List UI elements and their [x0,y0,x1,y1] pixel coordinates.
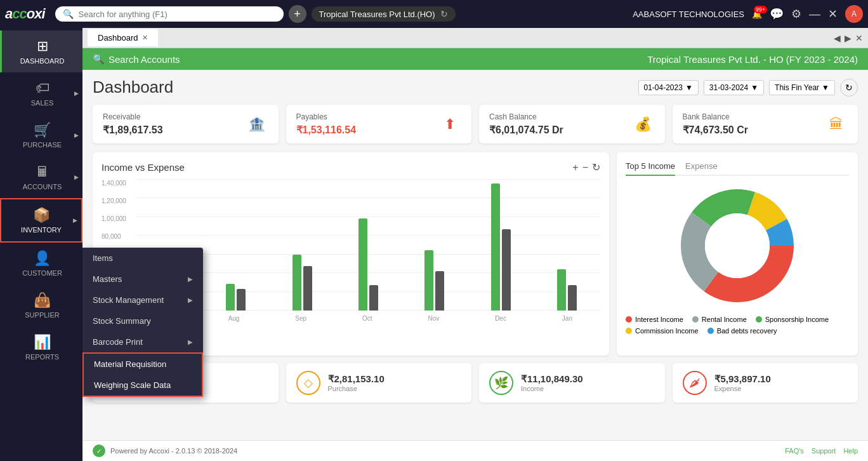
tab-dashboard-label: Dashboard [98,33,138,43]
bar-group-aug [226,284,246,311]
date-filters: 01-04-2023 ▼ 31-03-2024 ▼ This Fin Year … [638,79,858,97]
sidebar-label-supplier: SUPPLIER [25,311,59,319]
sidebar-item-inventory[interactable]: 📦 INVENTORY ▶ [0,198,82,243]
income-stat-icon: 🌿 [489,371,513,395]
dropdown-menu: Items Masters ▶ Stock Management ▶ Stock… [82,248,203,397]
cash-icon: 💰 [632,113,655,136]
page-title: Dashboard [93,77,173,97]
tab-close-button[interactable]: ✕ [142,34,148,42]
refresh-button[interactable]: ↻ [840,79,858,97]
stat-income: 🌿 ₹11,10,849.30 Income [479,363,665,403]
sidebar-item-reports[interactable]: 📊 REPORTS [0,326,82,368]
search-bar[interactable]: 🔍 [55,6,284,22]
items-label: Items [93,253,113,263]
sidebar-item-supplier[interactable]: 👜 SUPPLIER [0,284,82,326]
stat-expense: 🌶 ₹5,93,897.10 Expense [673,363,858,403]
sidebar-item-customer[interactable]: 👤 CUSTOMER [0,243,82,284]
stat-income-info: ₹11,10,849.30 Income [521,373,583,392]
fin-year-select[interactable]: This Fin Year ▼ [769,80,835,95]
sidebar-item-sales[interactable]: 🏷 SALES ▶ [0,72,82,114]
chart-zoom-in[interactable]: + [572,161,578,173]
dropdown-item-material-requisition[interactable]: Material Requisition [82,352,203,375]
refresh-icon[interactable]: ↻ [440,9,448,19]
sidebar-label-dashboard: DASHBOARD [20,57,65,65]
window-close-icon[interactable]: ✕ [855,33,863,43]
logo: accoxi [5,6,45,22]
faq-link[interactable]: FAQ's [785,447,804,455]
dropdown-item-barcode-print[interactable]: Barcode Print ▶ [82,331,203,352]
search-input[interactable] [79,10,276,19]
stat-purchase-info: ₹2,81,153.10 Purchase [328,373,385,392]
sidebar-item-purchase[interactable]: 🛒 PURCHASE ▶ [0,114,82,156]
company-header-title: Tropical Treasures Pvt Ltd. - HO (FY 202… [647,54,858,65]
search-accounts-label: Search Accounts [109,54,180,65]
tab-next-icon[interactable]: ▶ [845,33,852,43]
sales-arrow: ▶ [74,90,79,97]
chart-title: Income vs Expense [102,162,185,173]
notification-button[interactable]: 🔔 99+ [752,10,762,19]
sidebar-item-accounts[interactable]: 🖩 ACCOUNTS ▶ [0,156,82,198]
dot-bad-debts [707,328,714,334]
date-to-select[interactable]: 31-03-2024 ▼ [704,80,764,95]
legend-rental-income: Rental Income [692,316,747,323]
chart-plot: Jul Aug Sep Oct Nov Dec Jan [136,180,600,326]
payables-info: Payables ₹1,53,116.54 [296,112,357,136]
add-button[interactable]: + [289,5,306,23]
purchase-icon: 🛒 [34,122,51,138]
dot-commission [626,328,632,334]
chat-icon[interactable]: 💬 [770,7,784,21]
company-name: Tropical Treasures Pvt Ltd.(HO) [319,10,435,19]
avatar[interactable]: A [845,5,863,23]
dropdown-item-weighing-scale[interactable]: Weighing Scale Data [82,375,203,397]
bar-expense-nov [435,271,444,311]
x-labels: Jul Aug Sep Oct Nov Dec Jan [136,311,600,326]
bar-group-dec [491,184,511,311]
tab-top-income[interactable]: Top 5 Income [626,161,675,176]
dropdown-item-stock-management[interactable]: Stock Management ▶ [82,290,203,311]
minimize-icon[interactable]: — [809,8,820,21]
bar-income-oct [358,218,367,311]
chart-header: Income vs Expense + − ↻ [102,161,600,173]
expense-amount: ₹5,93,897.10 [714,373,771,385]
date-from-select[interactable]: 01-04-2023 ▼ [638,80,699,95]
bar-expense-sep [303,266,312,311]
company-selector[interactable]: Tropical Treasures Pvt Ltd.(HO) ↻ [312,6,456,22]
bar-group-sep [293,255,312,311]
dot-interest [626,316,632,323]
search-accounts-button[interactable]: 🔍 Search Accounts [93,53,180,65]
settings-icon[interactable]: ⚙ [791,7,801,21]
sidebar-item-dashboard[interactable]: ⊞ DASHBOARD [0,30,82,72]
bank-label: Bank Balance [683,112,748,121]
donut-tabs: Top 5 Income Expense [626,161,849,176]
dropdown-item-stock-summary[interactable]: Stock Summary [82,311,203,331]
receivable-icon: 🏦 [246,113,268,136]
dashboard-header: Dashboard 01-04-2023 ▼ 31-03-2024 ▼ This… [93,77,858,97]
donut-legend: Interest Income Rental Income Sponsorshi… [626,316,849,335]
dropdown-item-items[interactable]: Items [82,248,203,269]
summary-cards: Receivable ₹1,89,617.53 🏦 Payables ₹1,53… [93,105,858,144]
dropdown-item-masters[interactable]: Masters ▶ [82,269,203,290]
donut-chart-container [626,182,849,309]
sales-icon: 🏷 [36,80,49,97]
stat-purchase: ◇ ₹2,81,153.10 Purchase [286,363,472,403]
chart-refresh[interactable]: ↻ [592,161,600,173]
footer-links: FAQ's Support Help [785,447,858,455]
help-link[interactable]: Help [843,447,858,455]
close-icon[interactable]: ✕ [828,7,838,21]
support-link[interactable]: Support [812,447,836,455]
payables-icon: ⬆ [438,113,461,136]
tab-prev-icon[interactable]: ◀ [834,33,841,43]
expense-label: Expense [714,385,771,392]
date-to-value: 31-03-2024 [709,83,748,92]
tab-dashboard[interactable]: Dashboard ✕ [88,29,158,46]
inventory-dropdown: Items Masters ▶ Stock Management ▶ Stock… [82,248,203,397]
sidebar: ⊞ DASHBOARD 🏷 SALES ▶ 🛒 PURCHASE ▶ 🖩 ACC… [0,28,82,461]
bar-income-sep [293,255,301,311]
chart-zoom-out[interactable]: − [582,161,588,173]
legend-sponsorship-income: Sponsorship Income [756,316,829,323]
receivable-label: Receivable [103,112,163,121]
legend-bad-debts: Bad debts recovery [707,327,777,335]
footer: ✓ Powered by Accoxi - 2.0.13 © 2018-2024… [82,440,868,461]
tab-expense[interactable]: Expense [685,161,718,176]
bar-income-dec [491,184,500,311]
